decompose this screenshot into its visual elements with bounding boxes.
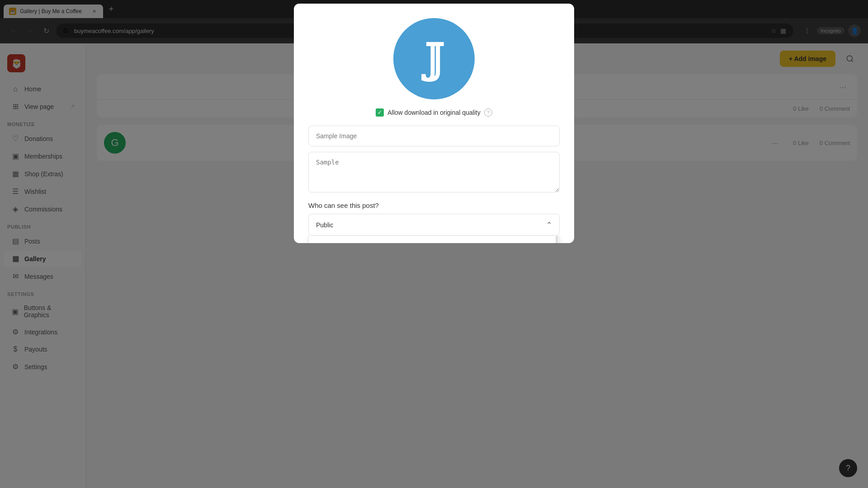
- visibility-dropdown-menu: Public Supporters only Members only: [308, 236, 560, 243]
- allow-download-row: ✓ Allow download in original quality ?: [376, 108, 492, 117]
- allow-download-checkbox[interactable]: ✓: [376, 108, 384, 117]
- visibility-dropdown: Public ⌃ Public Supporters only Members …: [308, 214, 560, 236]
- dropdown-scrollbar: [556, 236, 558, 243]
- chevron-up-icon: ⌃: [546, 221, 552, 229]
- who-can-see-label: Who can see this post?: [308, 202, 560, 209]
- image-description-textarea[interactable]: [308, 152, 560, 192]
- modal-avatar-letter: 𝕁: [425, 35, 444, 83]
- dropdown-option-public[interactable]: Public: [309, 236, 559, 243]
- visibility-dropdown-selected[interactable]: Public ⌃: [308, 214, 560, 236]
- allow-download-label: Allow download in original quality: [387, 109, 480, 116]
- modal-overlay[interactable]: 𝕁 ✓ Allow download in original quality ?…: [0, 0, 868, 488]
- modal: 𝕁 ✓ Allow download in original quality ?…: [294, 4, 574, 243]
- visibility-selected-value: Public: [316, 221, 333, 229]
- allow-download-help-icon[interactable]: ?: [484, 108, 492, 117]
- image-name-input[interactable]: [308, 126, 560, 146]
- modal-avatar: 𝕁: [393, 18, 475, 99]
- modal-image-area: 𝕁 ✓ Allow download in original quality ?: [308, 18, 560, 117]
